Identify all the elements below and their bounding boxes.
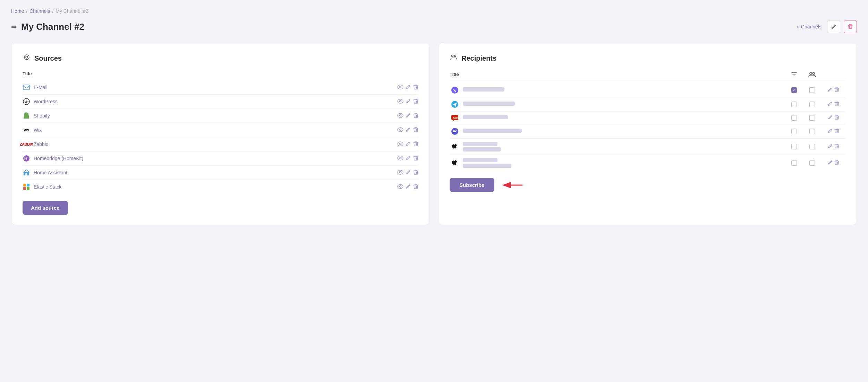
edit-source-icon[interactable] bbox=[406, 170, 411, 176]
view-source-icon[interactable] bbox=[397, 141, 403, 147]
edit-recipient-icon[interactable] bbox=[828, 144, 833, 150]
svg-point-26 bbox=[398, 184, 403, 189]
recipient-filter-check[interactable] bbox=[785, 115, 803, 121]
source-name[interactable]: Elastic Stack bbox=[34, 184, 61, 190]
source-actions bbox=[397, 127, 418, 133]
edit-recipient-icon[interactable] bbox=[828, 128, 833, 134]
group-checkbox[interactable] bbox=[809, 144, 815, 149]
recipient-row-actions bbox=[821, 115, 845, 121]
source-left: Elastic Stack bbox=[23, 183, 61, 191]
edit-source-icon[interactable] bbox=[406, 155, 411, 162]
recipient-name-area bbox=[460, 102, 785, 107]
svg-point-0 bbox=[26, 56, 28, 58]
source-name[interactable]: Home Assistant bbox=[34, 170, 67, 175]
group-checkbox[interactable] bbox=[809, 87, 815, 93]
delete-recipient-icon[interactable] bbox=[834, 87, 839, 93]
arrow-indicator bbox=[500, 180, 524, 190]
source-name[interactable]: E-Mail bbox=[34, 85, 48, 90]
recipient-filter-check[interactable]: ✓ bbox=[785, 87, 803, 93]
edit-source-icon[interactable] bbox=[406, 127, 411, 133]
recipient-group-check[interactable] bbox=[803, 160, 821, 166]
edit-recipient-icon[interactable] bbox=[828, 101, 833, 107]
filter-checkbox[interactable] bbox=[791, 115, 797, 121]
view-source-icon[interactable] bbox=[397, 170, 403, 176]
delete-recipient-icon[interactable] bbox=[834, 128, 839, 134]
view-source-icon[interactable] bbox=[397, 99, 403, 105]
source-actions bbox=[397, 98, 418, 105]
view-source-icon[interactable] bbox=[397, 113, 403, 119]
svg-point-20 bbox=[398, 170, 403, 174]
svg-point-32 bbox=[451, 87, 458, 94]
recipient-group-check[interactable] bbox=[803, 87, 821, 93]
delete-source-icon[interactable] bbox=[413, 184, 418, 190]
delete-recipient-icon[interactable] bbox=[834, 101, 839, 107]
view-source-icon[interactable] bbox=[397, 85, 403, 90]
source-name[interactable]: Wix bbox=[34, 127, 42, 133]
recipient-row-actions bbox=[821, 160, 845, 166]
recipient-group-check[interactable] bbox=[803, 144, 821, 149]
sources-card-header: Sources bbox=[23, 53, 418, 63]
filter-checkbox[interactable] bbox=[791, 160, 797, 166]
recipient-filter-check[interactable] bbox=[785, 129, 803, 134]
delete-source-icon[interactable] bbox=[413, 84, 418, 91]
delete-source-icon[interactable] bbox=[413, 98, 418, 105]
delete-recipient-icon[interactable] bbox=[834, 160, 839, 166]
group-checkbox[interactable] bbox=[809, 129, 815, 134]
edit-source-icon[interactable] bbox=[406, 141, 411, 148]
view-source-icon[interactable] bbox=[397, 184, 403, 190]
delete-source-icon[interactable] bbox=[413, 141, 418, 148]
filter-checkbox[interactable]: ✓ bbox=[791, 87, 797, 93]
breadcrumb-channels[interactable]: Channels bbox=[29, 8, 50, 14]
recipients-icon bbox=[450, 53, 458, 63]
source-item: wix Wix bbox=[23, 123, 418, 137]
edit-recipient-icon[interactable] bbox=[828, 115, 833, 121]
svg-rect-22 bbox=[23, 184, 26, 186]
recipient-filter-check[interactable] bbox=[785, 144, 803, 149]
delete-source-icon[interactable] bbox=[413, 155, 418, 162]
add-source-button[interactable]: Add source bbox=[23, 201, 68, 215]
svg-point-2 bbox=[398, 85, 403, 89]
edit-source-icon[interactable] bbox=[406, 113, 411, 119]
group-checkbox[interactable] bbox=[809, 115, 815, 121]
breadcrumb-home[interactable]: Home bbox=[11, 8, 24, 14]
edit-channel-button[interactable] bbox=[827, 20, 840, 33]
sources-card: Sources Title E-Mail W WordPress bbox=[11, 43, 430, 225]
recipient-filter-check[interactable] bbox=[785, 102, 803, 107]
filter-checkbox[interactable] bbox=[791, 102, 797, 107]
svg-point-8 bbox=[398, 113, 403, 118]
edit-recipient-icon[interactable] bbox=[828, 160, 833, 166]
recipient-row bbox=[450, 155, 845, 171]
delete-source-icon[interactable] bbox=[413, 170, 418, 176]
svg-point-31 bbox=[812, 72, 815, 75]
source-name[interactable]: Shopify bbox=[34, 113, 50, 119]
view-source-icon[interactable] bbox=[397, 127, 403, 133]
edit-source-icon[interactable] bbox=[406, 98, 411, 105]
recipient-group-check[interactable] bbox=[803, 129, 821, 134]
subscribe-button[interactable]: Subscribe bbox=[450, 178, 494, 192]
delete-source-icon[interactable] bbox=[413, 127, 418, 133]
subscribe-row: Subscribe bbox=[450, 178, 845, 192]
filter-checkbox[interactable] bbox=[791, 144, 797, 149]
back-channels-link[interactable]: « Channels bbox=[797, 24, 822, 29]
group-checkbox[interactable] bbox=[809, 102, 815, 107]
svg-point-16 bbox=[398, 156, 403, 160]
delete-recipient-icon[interactable] bbox=[834, 115, 839, 121]
edit-recipient-icon[interactable] bbox=[828, 87, 833, 93]
recipient-filter-check[interactable] bbox=[785, 160, 803, 166]
group-checkbox[interactable] bbox=[809, 160, 815, 166]
view-source-icon[interactable] bbox=[397, 156, 403, 162]
source-name[interactable]: WordPress bbox=[34, 99, 58, 104]
recipient-group-check[interactable] bbox=[803, 102, 821, 107]
delete-source-icon[interactable] bbox=[413, 113, 418, 119]
delete-channel-button[interactable] bbox=[844, 20, 857, 33]
delete-recipient-icon[interactable] bbox=[834, 144, 839, 150]
edit-source-icon[interactable] bbox=[406, 84, 411, 91]
source-name[interactable]: Zabbix bbox=[34, 141, 48, 147]
recipient-group-check[interactable] bbox=[803, 115, 821, 121]
source-item: Elastic Stack bbox=[23, 180, 418, 194]
recipient-name-blur bbox=[463, 158, 497, 162]
source-type-icon bbox=[23, 84, 30, 91]
filter-checkbox[interactable] bbox=[791, 129, 797, 134]
edit-source-icon[interactable] bbox=[406, 184, 411, 190]
source-name[interactable]: Homebridge (HomeKit) bbox=[34, 156, 83, 161]
